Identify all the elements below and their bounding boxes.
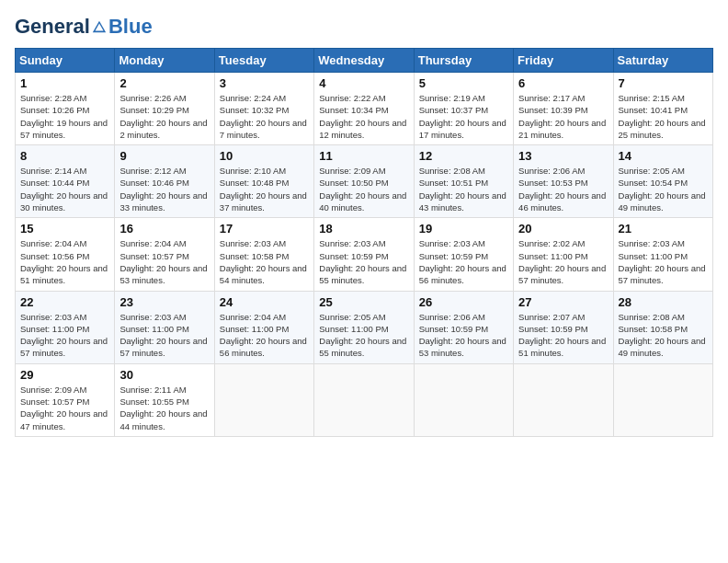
day-number: 6 — [518, 76, 608, 90]
weekday-header-wednesday: Wednesday — [314, 49, 414, 73]
calendar-cell: 6Sunrise: 2:17 AMSunset: 10:39 PMDayligh… — [514, 73, 613, 145]
day-info: Sunrise: 2:26 AMSunset: 10:29 PMDaylight… — [119, 92, 209, 141]
calendar-cell: 16Sunrise: 2:04 AMSunset: 10:57 PMDaylig… — [115, 218, 214, 291]
day-info: Sunrise: 2:28 AMSunset: 10:26 PMDaylight… — [20, 92, 109, 141]
day-info: Sunrise: 2:08 AMSunset: 10:58 PMDaylight… — [619, 311, 708, 360]
calendar-cell: 28Sunrise: 2:08 AMSunset: 10:58 PMDaylig… — [613, 291, 712, 363]
calendar-cell: 13Sunrise: 2:06 AMSunset: 10:53 PMDaylig… — [514, 145, 613, 218]
calendar-cell: 27Sunrise: 2:07 AMSunset: 10:59 PMDaylig… — [514, 291, 613, 363]
day-number: 16 — [119, 222, 209, 236]
day-info: Sunrise: 2:15 AMSunset: 10:41 PMDaylight… — [619, 92, 708, 141]
day-number: 19 — [419, 222, 508, 236]
day-info: Sunrise: 2:22 AMSunset: 10:34 PMDaylight… — [319, 92, 408, 141]
calendar-cell: 20Sunrise: 2:02 AMSunset: 11:00 PMDaylig… — [514, 218, 613, 291]
calendar-cell: 21Sunrise: 2:03 AMSunset: 11:00 PMDaylig… — [613, 218, 712, 291]
day-number: 7 — [619, 76, 708, 90]
calendar-cell: 7Sunrise: 2:15 AMSunset: 10:41 PMDayligh… — [613, 73, 712, 145]
day-info: Sunrise: 2:02 AMSunset: 11:00 PMDaylight… — [518, 237, 608, 286]
logo-general: General — [15, 15, 90, 39]
day-info: Sunrise: 2:12 AMSunset: 10:46 PMDaylight… — [119, 165, 209, 213]
day-number: 13 — [518, 149, 608, 163]
calendar-cell — [314, 363, 414, 436]
day-info: Sunrise: 2:03 AMSunset: 11:00 PMDaylight… — [119, 311, 209, 360]
day-info: Sunrise: 2:24 AMSunset: 10:32 PMDaylight… — [220, 92, 309, 141]
calendar-cell: 11Sunrise: 2:09 AMSunset: 10:50 PMDaylig… — [314, 145, 414, 218]
day-number: 26 — [419, 295, 508, 309]
calendar-cell: 5Sunrise: 2:19 AMSunset: 10:37 PMDayligh… — [414, 73, 513, 145]
day-number: 14 — [619, 149, 708, 163]
calendar-cell — [414, 363, 513, 436]
day-number: 4 — [319, 76, 408, 90]
calendar-cell: 22Sunrise: 2:03 AMSunset: 11:00 PMDaylig… — [16, 291, 115, 363]
day-info: Sunrise: 2:03 AMSunset: 11:00 PMDaylight… — [619, 237, 708, 286]
logo-blue: Blue — [108, 15, 153, 39]
weekday-header-friday: Friday — [514, 49, 613, 73]
day-info: Sunrise: 2:07 AMSunset: 10:59 PMDaylight… — [518, 311, 608, 360]
calendar-cell: 23Sunrise: 2:03 AMSunset: 11:00 PMDaylig… — [115, 291, 214, 363]
weekday-header-sunday: Sunday — [16, 49, 115, 73]
calendar-cell: 19Sunrise: 2:03 AMSunset: 10:59 PMDaylig… — [414, 218, 513, 291]
calendar-cell — [514, 363, 613, 436]
day-info: Sunrise: 2:08 AMSunset: 10:51 PMDaylight… — [419, 165, 508, 213]
weekday-header-monday: Monday — [115, 49, 214, 73]
day-info: Sunrise: 2:03 AMSunset: 10:58 PMDaylight… — [220, 237, 309, 286]
calendar-cell: 8Sunrise: 2:14 AMSunset: 10:44 PMDayligh… — [16, 145, 115, 218]
day-number: 10 — [220, 149, 309, 163]
calendar-cell: 17Sunrise: 2:03 AMSunset: 10:58 PMDaylig… — [214, 218, 313, 291]
calendar-cell: 26Sunrise: 2:06 AMSunset: 10:59 PMDaylig… — [414, 291, 513, 363]
day-info: Sunrise: 2:05 AMSunset: 10:54 PMDaylight… — [619, 165, 708, 213]
calendar-cell: 15Sunrise: 2:04 AMSunset: 10:56 PMDaylig… — [16, 218, 115, 291]
day-number: 11 — [319, 149, 408, 163]
day-number: 15 — [20, 222, 109, 236]
day-number: 20 — [518, 222, 608, 236]
weekday-header-thursday: Thursday — [414, 49, 513, 73]
calendar-cell: 12Sunrise: 2:08 AMSunset: 10:51 PMDaylig… — [414, 145, 513, 218]
day-number: 18 — [319, 222, 408, 236]
calendar-cell: 1Sunrise: 2:28 AMSunset: 10:26 PMDayligh… — [16, 73, 115, 145]
calendar-cell: 30Sunrise: 2:11 AMSunset: 10:55 PMDaylig… — [115, 363, 214, 436]
calendar-cell: 2Sunrise: 2:26 AMSunset: 10:29 PMDayligh… — [115, 73, 214, 145]
calendar-cell: 4Sunrise: 2:22 AMSunset: 10:34 PMDayligh… — [314, 73, 414, 145]
day-number: 22 — [20, 295, 109, 309]
calendar-cell: 10Sunrise: 2:10 AMSunset: 10:48 PMDaylig… — [214, 145, 313, 218]
day-info: Sunrise: 2:06 AMSunset: 10:59 PMDaylight… — [419, 311, 508, 360]
day-number: 12 — [419, 149, 508, 163]
calendar-cell: 9Sunrise: 2:12 AMSunset: 10:46 PMDayligh… — [115, 145, 214, 218]
day-info: Sunrise: 2:14 AMSunset: 10:44 PMDaylight… — [20, 165, 109, 213]
day-number: 21 — [619, 222, 708, 236]
day-info: Sunrise: 2:04 AMSunset: 11:00 PMDaylight… — [220, 311, 309, 360]
day-number: 28 — [619, 295, 708, 309]
calendar-table: SundayMondayTuesdayWednesdayThursdayFrid… — [15, 48, 713, 437]
day-info: Sunrise: 2:09 AMSunset: 10:50 PMDaylight… — [319, 165, 408, 213]
day-info: Sunrise: 2:04 AMSunset: 10:57 PMDaylight… — [119, 237, 209, 286]
calendar-cell: 24Sunrise: 2:04 AMSunset: 11:00 PMDaylig… — [214, 291, 313, 363]
day-number: 8 — [20, 149, 109, 163]
day-number: 17 — [220, 222, 309, 236]
day-number: 3 — [220, 76, 309, 90]
day-info: Sunrise: 2:03 AMSunset: 10:59 PMDaylight… — [319, 237, 408, 286]
day-info: Sunrise: 2:04 AMSunset: 10:56 PMDaylight… — [20, 237, 109, 286]
day-info: Sunrise: 2:11 AMSunset: 10:55 PMDaylight… — [119, 384, 209, 432]
day-info: Sunrise: 2:17 AMSunset: 10:39 PMDaylight… — [518, 92, 608, 141]
day-number: 27 — [518, 295, 608, 309]
day-number: 24 — [220, 295, 309, 309]
page-header: General Blue — [15, 15, 713, 39]
calendar-cell: 25Sunrise: 2:05 AMSunset: 11:00 PMDaylig… — [314, 291, 414, 363]
day-number: 9 — [119, 149, 209, 163]
day-number: 25 — [319, 295, 408, 309]
day-info: Sunrise: 2:19 AMSunset: 10:37 PMDaylight… — [419, 92, 508, 141]
day-info: Sunrise: 2:10 AMSunset: 10:48 PMDaylight… — [220, 165, 309, 213]
calendar-cell — [214, 363, 313, 436]
day-number: 5 — [419, 76, 508, 90]
calendar-cell — [613, 363, 712, 436]
calendar-cell: 18Sunrise: 2:03 AMSunset: 10:59 PMDaylig… — [314, 218, 414, 291]
day-info: Sunrise: 2:03 AMSunset: 11:00 PMDaylight… — [20, 311, 109, 360]
calendar-cell: 14Sunrise: 2:05 AMSunset: 10:54 PMDaylig… — [613, 145, 712, 218]
logo-icon — [91, 18, 108, 35]
day-number: 2 — [119, 76, 209, 90]
day-info: Sunrise: 2:05 AMSunset: 11:00 PMDaylight… — [319, 311, 408, 360]
weekday-header-saturday: Saturday — [613, 49, 712, 73]
logo: General Blue — [15, 15, 153, 39]
day-info: Sunrise: 2:09 AMSunset: 10:57 PMDaylight… — [20, 384, 109, 432]
day-number: 1 — [20, 76, 109, 90]
